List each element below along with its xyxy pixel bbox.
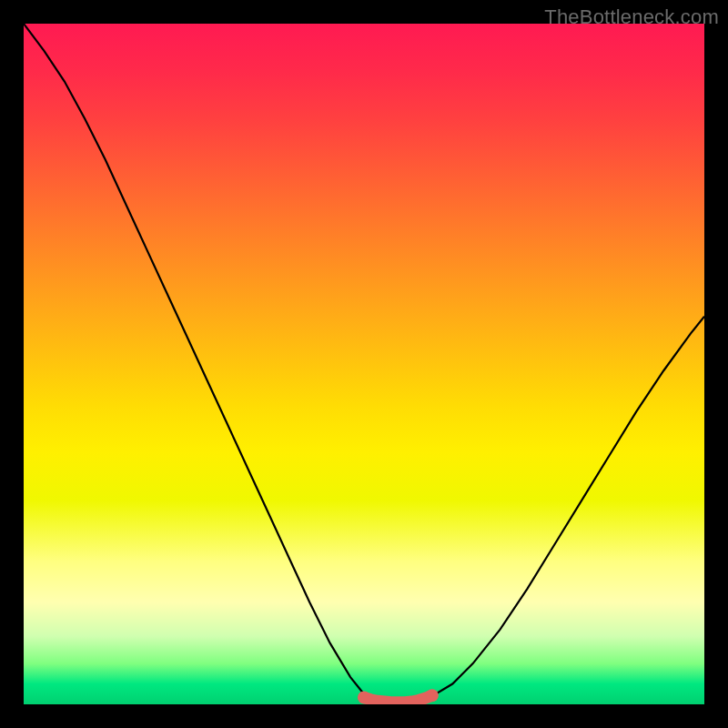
watermark: TheBottleneck.com — [544, 5, 719, 29]
marker-end-left — [358, 692, 370, 704]
plot-area — [24, 24, 704, 704]
curve-svg — [24, 24, 704, 704]
marker-end-right — [426, 689, 439, 702]
chart-container: TheBottleneck.com — [0, 0, 728, 728]
optimal-zone-marker — [364, 695, 432, 702]
bottleneck-curve — [24, 24, 704, 703]
